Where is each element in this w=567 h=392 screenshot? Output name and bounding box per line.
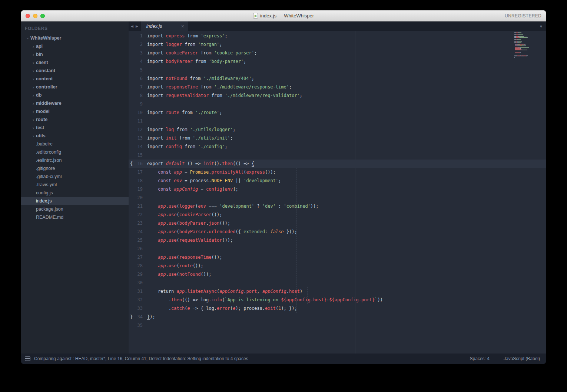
line-number: 25: [129, 236, 143, 245]
sidebar-item-package-json[interactable]: package.json: [21, 205, 129, 213]
code-line[interactable]: 3import cookieParser from 'cookie-parser…: [129, 49, 546, 57]
code-line[interactable]: 20: [129, 194, 546, 202]
code-line[interactable]: 35: [129, 321, 546, 330]
sidebar-item-label: package.json: [36, 207, 63, 212]
code-line[interactable]: 33 .catch(e => { log.error(e); process.e…: [129, 304, 546, 313]
sidebar-item-label: test: [36, 125, 44, 130]
line-number: 20: [129, 194, 143, 202]
sidebar-item--babelrc[interactable]: .babelrc: [21, 140, 129, 148]
code-line[interactable]: 5: [129, 66, 546, 74]
sidebar-item-readme-md[interactable]: README.md: [21, 213, 129, 221]
sidebar-item-utils[interactable]: ›utils: [21, 132, 129, 140]
code-line[interactable]: 1import express from 'express';: [129, 32, 546, 40]
sidebar-item-controller[interactable]: ›controller: [21, 83, 129, 91]
close-window-icon[interactable]: [26, 14, 30, 18]
sidebar-item-bin[interactable]: ›bin: [21, 50, 129, 58]
sidebar-item-label: WhiteWhisper: [30, 36, 61, 41]
indentation-status[interactable]: Spaces: 4: [470, 356, 490, 361]
code-line[interactable]: 21 app.use(logger(env === 'development' …: [129, 202, 546, 211]
status-bar: Comparing against : HEAD, master*, Line …: [21, 354, 546, 364]
sidebar-item-label: api: [36, 44, 43, 49]
chevron-right-icon[interactable]: ›: [31, 117, 36, 123]
chevron-right-icon[interactable]: ›: [31, 101, 36, 106]
code-line[interactable]: 31 return app.listenAsync(appConfig.port…: [129, 287, 546, 296]
code-line[interactable]: 19 const appConfig = config[env];: [129, 185, 546, 194]
code-line[interactable]: 24 app.use(bodyParser.urlencoded({ exten…: [129, 228, 546, 236]
chevron-right-icon[interactable]: ›: [31, 76, 36, 82]
sidebar-item-middleware[interactable]: ›middleware: [21, 99, 129, 107]
code-line[interactable]: 12import log from './utils/logger';: [129, 125, 546, 134]
sidebar-item-model[interactable]: ›model: [21, 107, 129, 115]
code-line[interactable]: 23 app.use(bodyParser.json());: [129, 219, 546, 228]
minimap[interactable]: [514, 31, 546, 60]
code-line[interactable]: 15: [129, 151, 546, 160]
code-line[interactable]: {16export default () => init().then(() =…: [129, 160, 546, 168]
sidebar-item-content[interactable]: ›content: [21, 75, 129, 83]
tab-close-icon[interactable]: ×: [181, 24, 184, 29]
code-editor[interactable]: 1import express from 'express';2import l…: [129, 31, 546, 354]
code-line[interactable]: 18 const env = process.NODE_ENV || 'deve…: [129, 177, 546, 185]
sidebar-item-client[interactable]: ›client: [21, 58, 129, 67]
sidebar-item-label: .gitlab-ci.yml: [36, 174, 62, 179]
code-line[interactable]: 8import requestValidator from './middlew…: [129, 91, 546, 100]
code-line[interactable]: 13import init from './utils/init';: [129, 134, 546, 143]
code-line[interactable]: 14import config from './config';: [129, 143, 546, 151]
panel-toggle-icon[interactable]: [25, 356, 30, 361]
back-arrow-icon[interactable]: ◀: [131, 24, 133, 28]
code-line[interactable]: 27 app.use(responseTime());: [129, 253, 546, 262]
sidebar-item--travis-yml[interactable]: .travis.yml: [21, 181, 129, 189]
code-line[interactable]: 22 app.use(cookieParser());: [129, 211, 546, 219]
chevron-right-icon[interactable]: ›: [31, 52, 36, 57]
code-line[interactable]: 10import route from './route';: [129, 108, 546, 117]
titlebar: js index.js — WhiteWhisper UNREGISTERED: [21, 10, 546, 21]
minimize-window-icon[interactable]: [33, 14, 37, 18]
line-number: 14: [129, 143, 143, 151]
chevron-right-icon[interactable]: ›: [31, 133, 36, 139]
sidebar-item--gitlab-ci-yml[interactable]: .gitlab-ci.yml: [21, 172, 129, 181]
code-line[interactable]: 30: [129, 279, 546, 287]
code-line[interactable]: 9: [129, 100, 546, 108]
chevron-right-icon[interactable]: ›: [31, 125, 36, 131]
sidebar-item-db[interactable]: ›db: [21, 91, 129, 99]
sidebar-item-route[interactable]: ›route: [21, 115, 129, 124]
unregistered-label: UNREGISTERED: [505, 10, 541, 21]
line-number: 33: [129, 304, 143, 313]
chevron-down-icon[interactable]: ›: [25, 36, 31, 41]
code-line[interactable]: 26: [129, 245, 546, 253]
sidebar-item-api[interactable]: ›api: [21, 42, 129, 50]
code-line[interactable]: 28 app.use(route());: [129, 262, 546, 270]
code-line[interactable]: 2import logger from 'morgan';: [129, 40, 546, 49]
code-line[interactable]: 17 const app = Promise.promisifyAll(expr…: [129, 168, 546, 177]
code-line[interactable]: 32 .then(() => log.info(`App is listenin…: [129, 296, 546, 304]
line-number: 5: [129, 66, 143, 74]
chevron-right-icon[interactable]: ›: [31, 44, 36, 49]
zoom-window-icon[interactable]: [40, 14, 45, 18]
forward-arrow-icon[interactable]: ▶: [136, 24, 138, 28]
sidebar-item-constant[interactable]: ›constant: [21, 67, 129, 75]
sidebar-item-label: client: [36, 60, 48, 65]
chevron-right-icon[interactable]: ›: [31, 93, 36, 98]
line-number: 19: [129, 185, 143, 194]
code-line[interactable]: 7import responseTime from './middleware/…: [129, 83, 546, 91]
chevron-right-icon[interactable]: ›: [31, 109, 36, 114]
code-line[interactable]: 25 app.use(requestValidator());: [129, 236, 546, 245]
sidebar-item-whitewhisper[interactable]: ›WhiteWhisper: [21, 34, 129, 42]
syntax-status[interactable]: JavaScript (Babel): [504, 356, 540, 361]
tab-overflow-icon[interactable]: ▼: [539, 21, 543, 31]
code-line[interactable]: }34});: [129, 313, 546, 321]
code-line[interactable]: 6import notFound from './middleware/404'…: [129, 74, 546, 83]
code-line[interactable]: 11: [129, 117, 546, 125]
code-line[interactable]: 4import bodyParser from 'body-parser';: [129, 57, 546, 66]
chevron-right-icon[interactable]: ›: [31, 84, 36, 90]
chevron-right-icon[interactable]: ›: [31, 68, 36, 74]
line-number: 6: [129, 74, 143, 83]
tab-indexjs[interactable]: index.js ×: [141, 21, 188, 31]
sidebar-item-index-js[interactable]: index.js: [21, 197, 129, 205]
chevron-right-icon[interactable]: ›: [31, 60, 36, 66]
sidebar-item-test[interactable]: ›test: [21, 124, 129, 132]
sidebar-item--editorconfig[interactable]: .editorconfig: [21, 148, 129, 156]
sidebar-item--eslintrc-json[interactable]: .eslintrc.json: [21, 156, 129, 164]
sidebar-item-config-js[interactable]: config.js: [21, 189, 129, 197]
sidebar-item--gitignore[interactable]: .gitignore: [21, 164, 129, 172]
code-line[interactable]: 29 app.use(notFound());: [129, 270, 546, 279]
